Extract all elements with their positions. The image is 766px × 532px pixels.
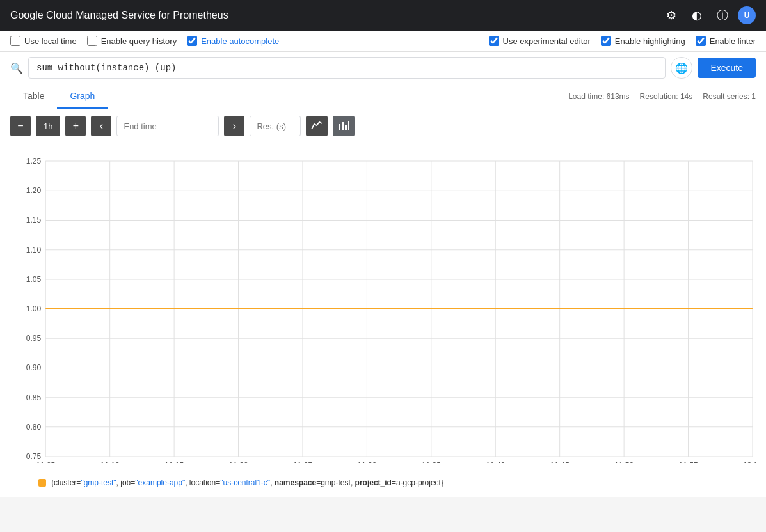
query-input[interactable] [28,57,666,79]
enable-highlighting-label: Enable highlighting [615,36,685,46]
enable-linter-input[interactable] [696,36,706,46]
chart-area: .axis-label { font-size: 12px; fill: #55… [0,143,766,473]
svg-text:0.95: 0.95 [26,334,42,343]
use-experimental-editor-label: Use experimental editor [503,36,591,46]
svg-text:1.15: 1.15 [26,215,42,224]
svg-text:11:10: 11:10 [100,461,120,463]
zoom-out-button[interactable]: − [10,116,31,136]
svg-rect-2 [345,125,347,130]
use-local-time-input[interactable] [10,36,20,46]
settings-icon-button[interactable]: ⚙ [661,5,682,26]
minus-icon: − [17,120,23,132]
settings-icon: ⚙ [666,8,676,22]
graph-controls: − 1h + ‹ › [0,109,766,143]
svg-text:1.20: 1.20 [26,186,42,195]
end-time-input[interactable] [116,116,219,136]
enable-autocomplete-label: Enable autocomplete [201,36,279,46]
main-content: Table Graph Load time: 613ms Resolution:… [0,84,766,497]
use-experimental-editor-input[interactable] [489,36,499,46]
enable-query-history-input[interactable] [87,36,97,46]
svg-text:1.10: 1.10 [26,246,42,254]
use-experimental-editor-checkbox[interactable]: Use experimental editor [489,36,591,46]
chevron-right-icon: › [233,120,236,132]
tabs-row: Table Graph Load time: 613ms Resolution:… [0,84,766,109]
theme-icon-button[interactable]: ◐ [687,5,707,26]
avatar[interactable]: U [738,6,756,24]
meta-info: Load time: 613ms Resolution: 14s Result … [568,92,756,101]
svg-text:11:15: 11:15 [164,461,184,463]
enable-linter-checkbox[interactable]: Enable linter [696,36,756,46]
svg-text:12:00: 12:00 [743,461,756,463]
chevron-left-icon: ‹ [100,120,103,132]
info-icon: ⓘ [717,8,728,23]
zoom-in-button[interactable]: + [65,116,86,136]
enable-highlighting-input[interactable] [601,36,611,46]
line-chart-icon [311,120,323,132]
svg-text:0.90: 0.90 [26,363,42,372]
svg-text:1.00: 1.00 [26,304,42,313]
info-icon-button[interactable]: ⓘ [712,5,733,26]
legend-color-swatch [38,479,46,487]
svg-text:11:05: 11:05 [36,461,55,463]
resolution-input[interactable] [250,116,301,136]
result-series: Result series: 1 [703,92,756,101]
theme-icon: ◐ [692,8,702,22]
chart-container: .axis-label { font-size: 12px; fill: #55… [10,148,756,463]
enable-linter-label: Enable linter [710,36,756,46]
svg-text:11:55: 11:55 [678,461,698,463]
bar-chart-icon [338,120,349,132]
svg-text:0.75: 0.75 [26,452,42,461]
enable-highlighting-checkbox[interactable]: Enable highlighting [601,36,685,46]
bar-chart-button[interactable] [333,116,355,136]
app-title: Google Cloud Managed Service for Prometh… [10,10,228,21]
use-local-time-label: Use local time [24,36,77,46]
line-chart-button[interactable] [306,116,328,136]
enable-query-history-checkbox[interactable]: Enable query history [87,36,177,46]
globe-button[interactable]: 🌐 [671,57,692,79]
tab-graph[interactable]: Graph [57,84,108,109]
next-time-button[interactable]: › [224,116,244,136]
load-time: Load time: 613ms [568,92,629,101]
svg-text:0.85: 0.85 [26,393,42,402]
svg-rect-0 [339,124,340,130]
resolution: Resolution: 14s [640,92,693,101]
chart-svg: .axis-label { font-size: 12px; fill: #55… [10,148,756,463]
globe-icon: 🌐 [675,62,688,74]
svg-text:11:35: 11:35 [422,461,441,463]
legend-item: {cluster="gmp-test", job="example-app", … [38,478,756,487]
search-icon: 🔍 [10,62,23,74]
svg-text:11:20: 11:20 [228,461,248,463]
use-local-time-checkbox[interactable]: Use local time [10,36,77,46]
prev-time-button[interactable]: ‹ [91,116,111,136]
svg-text:11:45: 11:45 [550,461,570,463]
svg-text:11:50: 11:50 [614,461,634,463]
toolbar: Use local time Enable query history Enab… [0,31,766,52]
svg-text:11:40: 11:40 [486,461,505,463]
svg-text:11:25: 11:25 [293,461,312,463]
tabs: Table Graph [10,84,108,109]
svg-rect-3 [348,121,349,130]
svg-text:1.25: 1.25 [26,157,42,166]
header-icons: ⚙ ◐ ⓘ U [661,5,756,26]
header: Google Cloud Managed Service for Prometh… [0,0,766,31]
enable-autocomplete-input[interactable] [187,36,197,46]
legend: {cluster="gmp-test", job="example-app", … [0,473,766,497]
tab-table[interactable]: Table [10,84,57,109]
svg-text:1.05: 1.05 [26,275,42,284]
plus-icon: + [73,120,79,132]
enable-query-history-label: Enable query history [101,36,177,46]
svg-rect-1 [342,122,344,130]
query-bar: 🔍 🌐 Execute [0,52,766,84]
execute-button[interactable]: Execute [698,58,756,78]
duration-display: 1h [36,116,60,136]
svg-text:11:30: 11:30 [357,461,376,463]
legend-text: {cluster="gmp-test", job="example-app", … [51,478,443,487]
svg-text:0.80: 0.80 [26,423,42,432]
enable-autocomplete-checkbox[interactable]: Enable autocomplete [187,36,279,46]
